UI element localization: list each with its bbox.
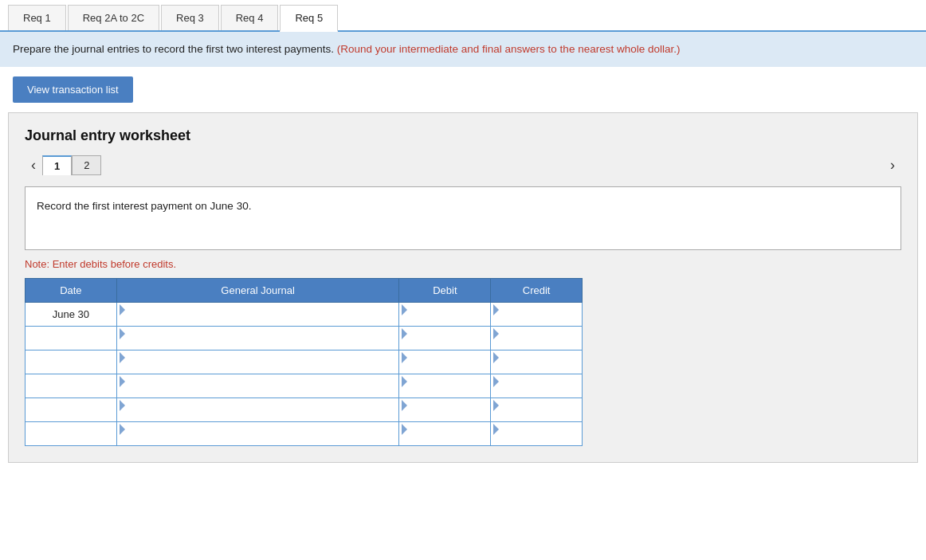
cell-credit-2[interactable]	[491, 350, 583, 374]
cell-debit-4[interactable]	[399, 398, 491, 422]
cell-debit-3[interactable]	[399, 374, 491, 398]
input-debit-3[interactable]	[404, 376, 485, 396]
page-nav: ‹ 1 2 ›	[25, 155, 901, 175]
triangle-icon	[493, 352, 499, 363]
instruction-note: (Round your intermediate and final answe…	[337, 43, 681, 55]
cell-date-3	[26, 374, 117, 398]
triangle-icon	[493, 424, 499, 435]
triangle-icon	[402, 424, 407, 435]
triangle-icon	[120, 424, 125, 435]
cell-credit-5[interactable]	[491, 422, 583, 446]
cell-journal-3[interactable]	[116, 374, 399, 398]
next-page-arrow[interactable]: ›	[884, 155, 901, 175]
table-row	[26, 327, 583, 350]
instruction-main: Prepare the journal entries to record th…	[13, 43, 334, 55]
cell-journal-1[interactable]	[116, 327, 399, 350]
cell-date-0: June 30	[26, 303, 117, 327]
cell-credit-1[interactable]	[491, 327, 583, 350]
cell-debit-1[interactable]	[399, 327, 491, 350]
tab-req4[interactable]: Req 4	[221, 5, 279, 30]
cell-debit-5[interactable]	[399, 422, 491, 446]
input-credit-3[interactable]	[496, 376, 577, 396]
cell-credit-0[interactable]	[491, 303, 583, 327]
description-text: Record the first interest payment on Jun…	[37, 200, 251, 212]
col-header-debit: Debit	[399, 279, 491, 303]
view-transaction-button[interactable]: View transaction list	[13, 76, 133, 103]
input-journal-1[interactable]	[122, 328, 394, 348]
input-journal-3[interactable]	[122, 376, 394, 396]
input-debit-1[interactable]	[404, 328, 485, 348]
journal-table: Date General Journal Debit Credit June 3…	[25, 278, 583, 446]
triangle-icon	[120, 328, 125, 339]
input-debit-0[interactable]	[404, 304, 485, 324]
worksheet-title: Journal entry worksheet	[25, 127, 901, 144]
cell-debit-0[interactable]	[399, 303, 491, 327]
col-header-journal: General Journal	[116, 279, 399, 303]
cell-journal-5[interactable]	[116, 422, 399, 446]
table-row	[26, 398, 583, 422]
tab-req2a2c[interactable]: Req 2A to 2C	[68, 5, 159, 30]
tab-req3[interactable]: Req 3	[161, 5, 219, 30]
page-tab-1[interactable]: 1	[42, 155, 72, 175]
tab-req5[interactable]: Req 5	[280, 5, 338, 32]
triangle-icon	[402, 328, 407, 339]
input-journal-0[interactable]	[122, 304, 394, 324]
instruction-bar: Prepare the journal entries to record th…	[0, 32, 926, 67]
input-debit-4[interactable]	[404, 400, 485, 420]
col-header-date: Date	[26, 279, 117, 303]
input-credit-2[interactable]	[496, 352, 577, 372]
input-journal-2[interactable]	[122, 352, 394, 372]
input-debit-2[interactable]	[404, 352, 485, 372]
triangle-icon	[402, 400, 407, 411]
tab-req1[interactable]: Req 1	[8, 5, 66, 30]
input-credit-4[interactable]	[496, 400, 577, 420]
cell-credit-4[interactable]	[491, 398, 583, 422]
triangle-icon	[120, 304, 125, 315]
triangle-icon	[493, 376, 499, 387]
input-credit-0[interactable]	[496, 304, 577, 324]
page-tab-2[interactable]: 2	[72, 155, 101, 175]
prev-page-arrow[interactable]: ‹	[25, 155, 42, 175]
input-credit-1[interactable]	[496, 328, 577, 348]
table-row	[26, 422, 583, 446]
cell-journal-0[interactable]	[116, 303, 399, 327]
cell-journal-4[interactable]	[116, 398, 399, 422]
input-journal-4[interactable]	[122, 400, 394, 420]
table-row	[26, 374, 583, 398]
triangle-icon	[120, 400, 125, 411]
triangle-icon	[493, 328, 499, 339]
cell-debit-2[interactable]	[399, 350, 491, 374]
cell-date-4	[26, 398, 117, 422]
cell-date-5	[26, 422, 117, 446]
triangle-icon	[493, 304, 499, 315]
cell-date-1	[26, 327, 117, 350]
cell-journal-2[interactable]	[116, 350, 399, 374]
triangle-icon	[120, 376, 125, 387]
input-debit-5[interactable]	[404, 424, 485, 444]
description-box: Record the first interest payment on Jun…	[25, 186, 901, 250]
worksheet-container: Journal entry worksheet ‹ 1 2 › Record t…	[8, 112, 918, 463]
triangle-icon	[493, 400, 499, 411]
table-row	[26, 350, 583, 374]
triangle-icon	[120, 352, 125, 363]
input-credit-5[interactable]	[496, 424, 577, 444]
triangle-icon	[402, 376, 407, 387]
input-journal-5[interactable]	[122, 424, 394, 444]
cell-credit-3[interactable]	[491, 374, 583, 398]
note-text: Note: Enter debits before credits.	[25, 258, 901, 270]
tabs-bar: Req 1 Req 2A to 2C Req 3 Req 4 Req 5	[0, 0, 926, 32]
triangle-icon	[402, 304, 407, 315]
col-header-credit: Credit	[491, 279, 583, 303]
table-row: June 30	[26, 303, 583, 327]
triangle-icon	[402, 352, 407, 363]
cell-date-2	[26, 350, 117, 374]
